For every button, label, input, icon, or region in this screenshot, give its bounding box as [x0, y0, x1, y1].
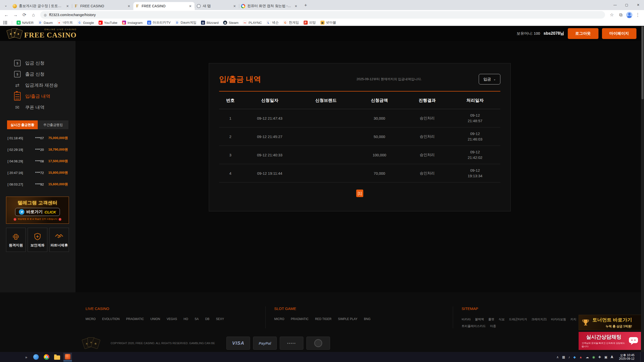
tray-hidden-icons-chevron[interactable]: ∧	[556, 355, 559, 359]
footer-link[interactable]: 드래곤타이거	[509, 317, 527, 322]
bookmark-google[interactable]: GGoogle	[77, 21, 94, 25]
tab-realtime-withdrawals[interactable]: 실시간 출금현황	[7, 120, 38, 129]
maximize-button[interactable]: ▢	[621, 0, 632, 10]
tab-close-icon[interactable]: ✕	[65, 4, 70, 9]
page-scrollbar[interactable]	[641, 26, 644, 352]
tray-icon[interactable]: ▲	[579, 355, 582, 359]
sidebar-item-deposit[interactable]: $ 입금 신청	[0, 58, 75, 69]
minimize-button[interactable]: —	[609, 0, 621, 10]
home-icon[interactable]: ⌂	[30, 11, 37, 19]
footer-link[interactable]: MICRO	[86, 317, 96, 321]
footer-link[interactable]: RED TIGER	[315, 317, 331, 321]
bookmark-nate[interactable]: n네이트	[57, 20, 73, 25]
bookmark-netmarble[interactable]: ▣넷마블	[320, 20, 336, 25]
bookmark-pmang[interactable]: P피망	[304, 20, 316, 25]
footer-link[interactable]: 마종	[490, 324, 496, 328]
tab-close-icon[interactable]: ✕	[127, 4, 131, 9]
footer-link[interactable]: EVOLUTION	[102, 317, 119, 321]
type-filter-select[interactable]: 입금 ⌄	[479, 74, 500, 84]
remote-support-box[interactable]: 원격지원	[6, 228, 26, 252]
bookmark-naver[interactable]: NNAVER	[17, 21, 34, 25]
bookmark-star-icon[interactable]: ☆	[608, 11, 616, 19]
secure-account-box[interactable]: 보안계좌	[28, 228, 47, 252]
footer-link[interactable]: SEXY	[216, 317, 224, 321]
footer-link[interactable]: BNG	[364, 317, 371, 321]
partner-box[interactable]: 파트너제휴	[49, 228, 69, 252]
taskbar-overflow-chevron[interactable]: »	[25, 355, 27, 359]
site-logo[interactable]: ♣♥♠ ONLINE LIVE CASINO FREE CASINO	[7, 28, 76, 39]
footer-link[interactable]: SA	[195, 317, 199, 321]
footer-link[interactable]: SIMPLE PLAY	[338, 317, 357, 321]
tab-close-icon[interactable]: ✕	[188, 4, 193, 9]
scrollbar-thumb[interactable]	[641, 26, 643, 99]
bookmark-hangame[interactable]: G한게임	[283, 20, 299, 25]
footer-link[interactable]: MICRO	[274, 317, 284, 321]
new-tab-button[interactable]: +	[302, 2, 309, 9]
address-bar[interactable]: ◎ ff2323.com/exchange/history	[40, 11, 605, 19]
tray-icon[interactable]: ▣	[604, 355, 607, 359]
tab-search-icon[interactable]: ⌄	[2, 2, 10, 9]
tab-promo-board[interactable]: 홍보게시판 글수정 | 토토홍보 ✕	[11, 2, 72, 10]
footer-link[interactable]: 크레이지21	[531, 317, 547, 322]
footer-link[interactable]: 룰렛	[488, 317, 494, 322]
site-info-icon[interactable]: ◎	[44, 13, 47, 17]
bookmark-instagram[interactable]: ◙Instagram	[122, 21, 143, 25]
bookmark-blizzard[interactable]: ▨Blizzard	[201, 21, 219, 25]
bookmark-daum[interactable]: DDaum	[38, 21, 53, 25]
reload-icon[interactable]: ⟳	[21, 11, 28, 19]
tray-icon[interactable]: ▦	[562, 355, 565, 359]
tab-close-icon[interactable]: ✕	[294, 4, 298, 9]
tournament-banner[interactable]: 토너먼트 바로가기 누적 총 상금 1억원!	[579, 315, 641, 330]
tab-weekly-ranking[interactable]: 주간출금랭킹	[38, 120, 68, 129]
footer-link[interactable]: 트리플레이스카드	[462, 324, 486, 328]
footer-link[interactable]: 식보	[499, 317, 505, 322]
url-text[interactable]: ff2323.com/exchange/history	[49, 13, 96, 17]
page-1-button[interactable]: [1]	[356, 190, 363, 197]
back-icon[interactable]: ←	[3, 11, 10, 19]
footer-link[interactable]: DB	[205, 317, 210, 321]
bookmark-steam[interactable]: ◉Steam	[223, 21, 238, 25]
taskbar-chrome-icon[interactable]	[42, 353, 51, 361]
tab-close-icon[interactable]: ✕	[232, 4, 237, 9]
tab-free-casino-1[interactable]: F FREE CASINO ✕	[72, 2, 133, 10]
telegram-go-button[interactable]: 바로가기 CLICK	[15, 208, 60, 216]
footer-link[interactable]: VEGAS	[167, 317, 177, 321]
taskbar-active-app-icon[interactable]	[63, 353, 72, 361]
sidebar-item-coupon[interactable]: ✉ 쿠폰 내역	[0, 102, 75, 113]
sidebar-item-withdraw[interactable]: $ 출금 신청	[0, 69, 75, 80]
bookmark-daumgame[interactable]: DDaum게임	[175, 20, 196, 25]
tab-google-search[interactable]: 컴퓨터 화면 캡쳐 찾는법 - Go ✕	[239, 2, 300, 10]
mypage-button[interactable]: 마이페이지	[602, 28, 637, 39]
bookmark-plaync[interactable]: ncPLAYNC	[243, 21, 262, 25]
footer-link[interactable]: PRAGMATIC	[126, 317, 144, 321]
close-button[interactable]: ✕	[632, 0, 644, 10]
show-desktop-button[interactable]	[640, 352, 642, 362]
tab-new-tab[interactable]: 새 탭 ✕	[195, 2, 239, 10]
forward-icon[interactable]: →	[12, 11, 19, 19]
footer-link[interactable]: 바카라보험	[551, 317, 566, 322]
telegram-banner[interactable]: 텔레그램 고객센터 바로가기 CLICK ! 해당계정 외 봇 or 채널은 모…	[6, 197, 69, 224]
footer-link[interactable]: PRAGMATIC	[291, 317, 308, 321]
extensions-icon[interactable]: ⧉	[617, 11, 625, 19]
language-indicator[interactable]: A	[611, 355, 613, 359]
apps-grid-icon[interactable]	[4, 21, 7, 24]
sidebar-item-resend-account[interactable]: ⇄ 입금계좌 재전송	[0, 80, 75, 91]
taskbar-clock[interactable]: 오후 10:45 2025-09-12	[617, 353, 637, 360]
bookmark-youtube[interactable]: ▶YouTube	[99, 21, 117, 25]
taskbar-whale-icon[interactable]	[32, 353, 40, 361]
taskbar-explorer-icon[interactable]	[53, 353, 61, 361]
logout-button[interactable]: 로그아웃	[568, 28, 598, 39]
tray-icon[interactable]: ◆	[573, 355, 576, 359]
tray-icon[interactable]: ☁	[586, 355, 589, 359]
footer-link[interactable]: 바카라	[462, 317, 471, 322]
profile-avatar[interactable]	[626, 12, 632, 18]
tray-icon[interactable]: ✚	[598, 355, 601, 359]
tray-icon[interactable]: ◉	[592, 355, 595, 359]
live-chat-banner[interactable]: 실시간상담채팅 고객님의 문의을 빠르고 신속하게 상담해드립니다	[579, 332, 641, 350]
footer-link[interactable]: 카지	[570, 317, 576, 322]
footer-link[interactable]: UNION	[150, 317, 160, 321]
footer-link[interactable]: 블랙잭	[475, 317, 484, 322]
bookmark-nexon[interactable]: L넥슨	[266, 20, 279, 25]
tray-icon[interactable]: ♪	[569, 355, 570, 359]
sidebar-item-history[interactable]: 입/출금 내역	[0, 91, 75, 102]
